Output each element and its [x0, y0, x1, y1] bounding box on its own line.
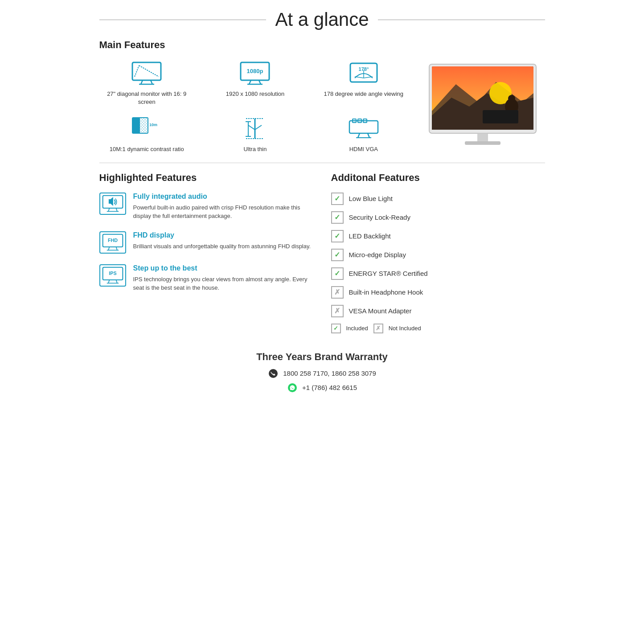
- feature-headphone-hook-label: Built-in Headphone Hook: [349, 288, 423, 296]
- svg-point-45: [508, 95, 515, 102]
- main-features-title: Main Features: [99, 39, 545, 51]
- whatsapp-number: +1 (786) 482 6615: [302, 384, 357, 391]
- cross-icon-vesa-mount: ✗: [331, 305, 344, 317]
- svg-line-25: [255, 125, 262, 130]
- highlighted-features-title: Highlighted Features: [99, 172, 313, 184]
- phone-number: 1800 258 7170, 1860 258 3079: [283, 369, 376, 377]
- feature-micro-edge: ✓ Micro-edge Display: [331, 249, 545, 261]
- svg-line-24: [248, 125, 255, 130]
- feature-micro-edge-label: Micro-edge Display: [349, 251, 406, 258]
- highlighted-feature-audio-desc: Powerful built-in audio paired with cris…: [133, 203, 313, 221]
- svg-text:FHD: FHD: [107, 238, 117, 243]
- hdmi-icon: [346, 115, 381, 142]
- highlighted-feature-ips-text: Step up to the best IPS technology bring…: [133, 264, 313, 292]
- feature-ports: HDMI VGA: [316, 115, 411, 153]
- additional-features-col: Additonal Features ✓ Low Blue Light ✓ Se…: [331, 172, 545, 333]
- legend-check-icon: ✓: [331, 324, 341, 333]
- svg-rect-65: [269, 369, 278, 378]
- svg-line-62: [116, 279, 117, 283]
- svg-rect-49: [465, 141, 500, 145]
- highlighted-feature-fhd-title: FHD display: [133, 231, 311, 239]
- svg-line-52: [116, 208, 117, 211]
- svg-text:1080p: 1080p: [247, 68, 263, 74]
- two-col-section: Highlighted Features Fully integrated au…: [99, 172, 545, 333]
- header-line-right: [378, 20, 545, 20]
- thin-icon: [237, 115, 273, 142]
- feature-monitor-size-text: 27" diagonal monitor with 16: 9 screen: [99, 90, 194, 106]
- feature-ports-text: HDMI VGA: [349, 145, 378, 153]
- check-icon-energy-star: ✓: [331, 267, 344, 280]
- feature-security-lock-label: Security Lock-Ready: [349, 213, 410, 221]
- check-icon-low-blue-light: ✓: [331, 193, 344, 205]
- feature-energy-star-label: ENERGY STAR® Certified: [349, 270, 428, 277]
- check-icon-micro-edge: ✓: [331, 249, 344, 261]
- svg-line-61: [108, 279, 109, 283]
- feature-monitor-size: 27" diagonal monitor with 16: 9 screen: [99, 60, 194, 106]
- contrast-icon: 10m: [129, 115, 164, 142]
- cross-icon-headphone-hook: ✗: [331, 286, 344, 299]
- svg-text:10m: 10m: [149, 123, 157, 127]
- svg-line-4: [135, 66, 139, 77]
- feature-thin-text: Ultra thin: [243, 145, 267, 153]
- highlighted-feature-fhd: FHD FHD display Brilliant visuals and un…: [99, 231, 313, 254]
- feature-resolution-text: 1920 x 1080 resolution: [226, 90, 285, 98]
- whatsapp-icon: [287, 382, 298, 393]
- page-title: At a glance: [275, 9, 369, 30]
- svg-text:IPS: IPS: [109, 271, 116, 276]
- ips-icon: IPS: [99, 264, 126, 287]
- feature-headphone-hook: ✗ Built-in Headphone Hook: [331, 286, 545, 299]
- highlighted-feature-fhd-desc: Brilliant visuals and unforgettable qual…: [133, 242, 311, 251]
- svg-rect-46: [483, 110, 518, 123]
- highlighted-feature-ips-title: Step up to the best: [133, 264, 313, 272]
- main-features-section: Main Features 27" diagonal monitor with …: [99, 39, 545, 163]
- svg-line-57: [116, 246, 117, 250]
- svg-rect-21: [140, 118, 148, 133]
- header-section: At a glance: [99, 9, 545, 30]
- legend-row: ✓ Included ✗ Not Included: [331, 324, 545, 333]
- legend-included-label: Included: [346, 325, 368, 332]
- svg-line-5: [139, 66, 159, 77]
- highlighted-feature-audio-title: Fully integrated audio: [133, 193, 313, 201]
- monitor-product-image: hp: [420, 60, 545, 154]
- features-grid: 27" diagonal monitor with 16: 9 screen 1…: [99, 60, 411, 154]
- feature-led-backlight: ✓ LED Backlight: [331, 230, 545, 242]
- svg-rect-48: [477, 133, 488, 142]
- svg-line-32: [358, 133, 360, 138]
- svg-marker-54: [108, 197, 113, 206]
- feature-low-blue-light: ✓ Low Blue Light: [331, 193, 545, 205]
- header-line-left: [99, 20, 267, 20]
- angle-icon: 178°: [346, 60, 381, 86]
- warranty-title: Three Years Brand Warranty: [99, 351, 545, 363]
- phone-contact-row: 1800 258 7170, 1860 258 3079: [99, 368, 545, 379]
- audio-icon: [99, 193, 126, 215]
- main-features-content: 27" diagonal monitor with 16: 9 screen 1…: [99, 60, 545, 154]
- check-icon-led-backlight: ✓: [331, 230, 344, 242]
- feature-contrast-text: 10M:1 dynamic contrast ratio: [110, 145, 184, 153]
- check-icon-security-lock: ✓: [331, 211, 344, 224]
- feature-viewing-angle: 178° 178 degree wide angle viewing: [316, 60, 411, 106]
- feature-security-lock: ✓ Security Lock-Ready: [331, 211, 545, 224]
- feature-led-backlight-label: LED Backlight: [349, 232, 391, 240]
- svg-line-33: [368, 133, 369, 138]
- feature-resolution: 1080p 1920 x 1080 resolution: [208, 60, 303, 106]
- svg-line-51: [108, 208, 109, 211]
- highlighted-feature-audio-text: Fully integrated audio Powerful built-in…: [133, 193, 313, 221]
- highlighted-features-col: Highlighted Features Fully integrated au…: [99, 172, 313, 333]
- additional-features-title: Additonal Features: [331, 172, 545, 184]
- resolution-icon: 1080p: [237, 60, 273, 86]
- feature-vesa-mount-label: VESA Mount Adapter: [349, 307, 412, 315]
- feature-energy-star: ✓ ENERGY STAR® Certified: [331, 267, 545, 280]
- highlighted-feature-audio: Fully integrated audio Powerful built-in…: [99, 193, 313, 221]
- svg-line-56: [108, 246, 109, 250]
- feature-angle-text: 178 degree wide angle viewing: [324, 90, 404, 98]
- feature-vesa-mount: ✗ VESA Mount Adapter: [331, 305, 545, 317]
- feature-low-blue-light-label: Low Blue Light: [349, 195, 393, 202]
- legend-cross-icon: ✗: [373, 324, 383, 333]
- fhd-icon: FHD: [99, 231, 126, 254]
- highlighted-feature-ips: IPS Step up to the best IPS technology b…: [99, 264, 313, 292]
- highlighted-feature-ips-desc: IPS technology brings you clear views fr…: [133, 275, 313, 292]
- feature-thin: Ultra thin: [208, 115, 303, 153]
- warranty-section: Three Years Brand Warranty 1800 258 7170…: [99, 347, 545, 393]
- highlighted-feature-fhd-text: FHD display Brilliant visuals and unforg…: [133, 231, 311, 251]
- monitor-icon: [129, 60, 164, 86]
